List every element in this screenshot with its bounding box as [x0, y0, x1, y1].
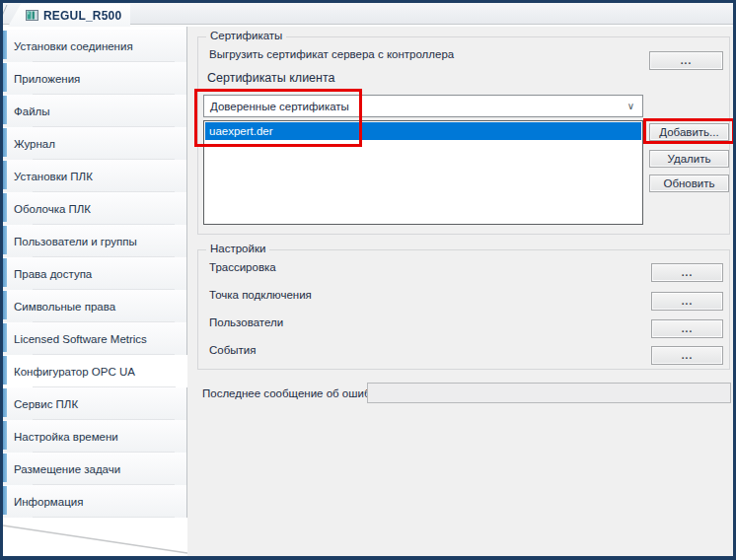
device-editor-window: REGUL_R500 × Установки соединения Прилож… — [0, 0, 736, 560]
add-certificate-button[interactable]: Добавить... — [649, 123, 729, 141]
sidebar-item-label: Оболочка ПЛК — [3, 203, 91, 215]
tab-accent-strip — [3, 226, 7, 254]
delete-certificate-button[interactable]: Удалить — [649, 150, 729, 168]
opc-ua-configurator-page: Сертификаты Выгрузить сертификат сервера… — [187, 27, 733, 556]
tab-accent-strip — [3, 258, 7, 287]
last-error-field[interactable] — [367, 383, 731, 403]
plc-device-icon — [26, 9, 38, 22]
last-error-label: Последнее сообщение об ошибке — [202, 387, 382, 399]
sidebar-item-symbol-rights[interactable]: Символьные права — [3, 290, 186, 322]
sidebar-item-label: Приложения — [3, 73, 80, 85]
tab-title: REGUL_R500 — [43, 9, 121, 23]
tab-accent-strip — [3, 388, 7, 417]
editor-page-tabs: Установки соединения Приложения Файлы Жу… — [3, 27, 187, 556]
certificates-group-title: Сертификаты — [206, 30, 286, 41]
sidebar-item-label: Символьные права — [3, 301, 115, 313]
tab-strip-diagonal-edge — [3, 518, 187, 556]
endpoint-button[interactable]: ... — [651, 292, 723, 311]
users-label: Пользователи — [209, 316, 283, 328]
settings-group-title: Настройки — [206, 243, 269, 254]
sidebar-item-licensed-software-metrics[interactable]: Licensed Software Metrics — [3, 322, 186, 355]
certificate-store-dropdown[interactable]: Доверенные сертификаты ∨ — [203, 95, 643, 117]
tab-accent-strip — [3, 454, 7, 482]
users-button[interactable]: ... — [651, 319, 723, 338]
dropdown-selected-value: Доверенные сертификаты — [204, 101, 627, 112]
sidebar-item-time-settings[interactable]: Настройка времени — [3, 420, 186, 453]
sidebar-item-applications[interactable]: Приложения — [3, 62, 186, 95]
sidebar-item-connection-settings[interactable]: Установки соединения — [3, 30, 186, 62]
tab-accent-strip — [3, 356, 7, 385]
client-certificates-label: Сертификаты клиента — [207, 71, 335, 85]
unload-server-certificate-button[interactable]: ... — [649, 51, 723, 70]
sidebar-item-label: Информация — [3, 496, 83, 508]
sidebar-item-files[interactable]: Файлы — [3, 95, 186, 127]
tab-accent-strip — [3, 161, 7, 189]
sidebar-item-label: Права доступа — [3, 268, 92, 280]
sidebar-item-information[interactable]: Информация — [3, 485, 186, 518]
certificate-list-item-uaexpert[interactable]: uaexpert.der — [205, 122, 641, 140]
unload-server-certificate-label: Выгрузить сертификат сервера с контролле… — [209, 48, 454, 60]
tab-accent-strip — [3, 31, 7, 59]
sidebar-item-label: Настройка времени — [3, 431, 118, 443]
tab-accent-strip — [3, 96, 7, 124]
certificate-list[interactable]: uaexpert.der — [203, 120, 643, 225]
tab-regul-r500[interactable]: REGUL_R500 × — [8, 4, 130, 27]
sidebar-item-users-groups[interactable]: Пользователи и группы — [3, 225, 186, 257]
sidebar-item-label: Установки соединения — [3, 40, 133, 52]
sidebar-item-label: Журнал — [3, 138, 55, 150]
sidebar-item-task-deployment[interactable]: Размещение задачи — [3, 453, 186, 485]
sidebar-item-plc-settings[interactable]: Установки ПЛК — [3, 160, 186, 192]
events-button[interactable]: ... — [651, 346, 723, 365]
trace-button[interactable]: ... — [651, 263, 723, 282]
sidebar-item-label: Пользователи и группы — [3, 236, 137, 247]
chevron-down-icon: ∨ — [627, 101, 642, 111]
sidebar-item-label: Licensed Software Metrics — [3, 333, 147, 345]
tab-accent-strip — [3, 291, 7, 319]
sidebar-item-label: Размещение задачи — [3, 463, 120, 475]
tab-accent-strip — [3, 193, 7, 222]
settings-groupbox: Настройки — [197, 249, 730, 370]
sidebar-item-access-rights[interactable]: Права доступа — [3, 257, 186, 290]
sidebar-item-log[interactable]: Журнал — [3, 127, 186, 160]
refresh-certificate-button[interactable]: Обновить — [649, 175, 729, 192]
sidebar-item-opc-ua-configurator[interactable]: Конфигуратор OPC UA — [3, 355, 187, 387]
sidebar-item-label: Конфигуратор OPC UA — [3, 366, 135, 378]
tab-accent-strip — [3, 128, 7, 157]
sidebar-item-label: Сервис ПЛК — [3, 398, 78, 410]
sidebar-item-label: Установки ПЛК — [3, 171, 93, 182]
tab-accent-strip — [3, 421, 7, 450]
endpoint-label: Точка подключения — [209, 289, 312, 301]
sidebar-item-plc-service[interactable]: Сервис ПЛК — [3, 387, 186, 420]
events-label: События — [209, 344, 256, 356]
sidebar-item-label: Файлы — [3, 105, 50, 117]
tab-accent-strip — [3, 323, 7, 352]
trace-label: Трассировка — [209, 261, 276, 273]
sidebar-item-plc-shell[interactable]: Оболочка ПЛК — [3, 192, 186, 225]
tab-accent-strip — [3, 486, 7, 515]
tab-accent-strip — [3, 63, 7, 92]
